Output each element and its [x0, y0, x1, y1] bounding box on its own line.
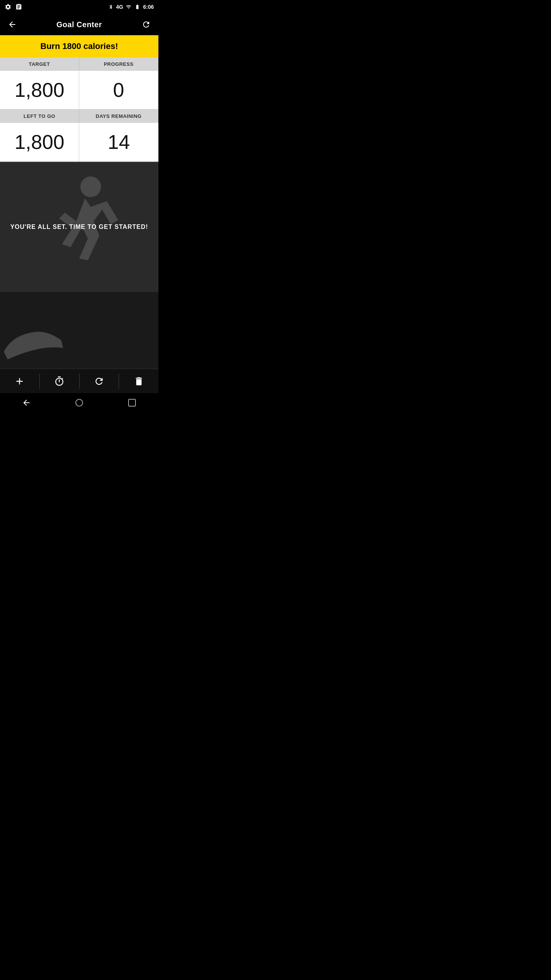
status-bar: 4G 6:06	[0, 0, 158, 14]
left-to-go-header: LEFT TO GO	[0, 109, 79, 123]
motivational-text: YOU'RE ALL SET. TIME TO GET STARTED!	[3, 216, 156, 238]
svg-point-0	[80, 176, 101, 197]
progress-header: PROGRESS	[79, 57, 158, 71]
lower-section	[0, 292, 158, 369]
bottom-toolbar	[0, 369, 158, 393]
svg-rect-2	[129, 399, 135, 406]
bluetooth-icon	[108, 4, 114, 10]
time-display: 6:06	[143, 4, 154, 10]
target-value-cell: 1,800	[0, 71, 79, 109]
home-nav-icon	[75, 398, 84, 407]
days-remaining-value-cell: 14	[79, 123, 158, 162]
recents-nav-icon	[127, 398, 137, 407]
home-nav-button[interactable]	[75, 398, 84, 407]
target-value: 1,800	[15, 79, 64, 101]
delete-icon	[134, 376, 144, 387]
clipboard-icon	[15, 3, 22, 10]
days-remaining-header: DAYS REMAINING	[79, 109, 158, 123]
back-button[interactable]	[6, 18, 18, 31]
refresh-icon	[142, 20, 151, 29]
back-nav-icon	[22, 398, 31, 407]
shoe-icon	[0, 321, 69, 367]
back-nav-button[interactable]	[22, 398, 31, 407]
timer-button[interactable]	[40, 369, 79, 393]
nav-bar	[0, 393, 158, 412]
motivational-section: YOU'RE ALL SET. TIME TO GET STARTED!	[0, 162, 158, 292]
refresh-toolbar-icon	[94, 376, 104, 387]
page-title: Goal Center	[57, 20, 102, 29]
recents-nav-button[interactable]	[127, 398, 137, 407]
back-arrow-icon	[8, 20, 17, 29]
status-bar-right: 4G 6:06	[108, 4, 154, 10]
days-remaining-value: 14	[108, 131, 130, 153]
battery-icon	[134, 4, 141, 10]
left-to-go-value-cell: 1,800	[0, 123, 79, 162]
goal-banner-text: Burn 1800 calories!	[41, 41, 118, 51]
target-header: TARGET	[0, 57, 79, 71]
signal-label: 4G	[116, 4, 123, 10]
delete-button[interactable]	[119, 369, 158, 393]
refresh-button[interactable]	[140, 18, 152, 31]
refresh-toolbar-button[interactable]	[80, 369, 119, 393]
add-icon	[14, 376, 25, 387]
add-button[interactable]	[0, 369, 39, 393]
shoe-background	[0, 321, 69, 369]
svg-point-1	[76, 399, 83, 406]
timer-icon	[54, 376, 65, 387]
status-bar-left	[5, 3, 22, 10]
goal-banner: Burn 1800 calories!	[0, 35, 158, 57]
progress-value: 0	[113, 79, 124, 101]
left-to-go-value: 1,800	[15, 131, 64, 153]
progress-value-cell: 0	[79, 71, 158, 109]
app-bar: Goal Center	[0, 14, 158, 35]
signal-icon	[126, 4, 132, 10]
stats-grid: TARGET PROGRESS 1,800 0 LEFT TO GO DAYS …	[0, 57, 158, 162]
gear-icon	[5, 3, 11, 10]
